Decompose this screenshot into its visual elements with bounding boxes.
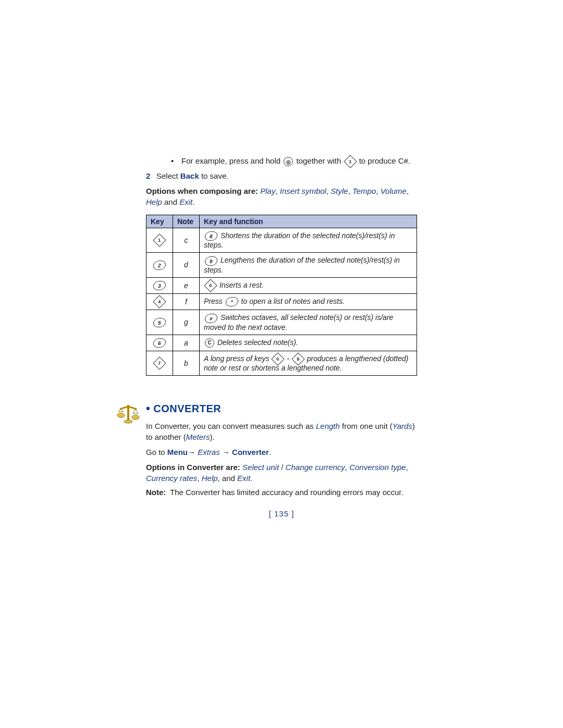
- key-cell: 5: [146, 310, 173, 335]
- converter-goto: Go to Menu→ Extras → Converter.: [146, 447, 417, 458]
- table-row: 4fPress * to open a list of notes and re…: [146, 293, 417, 310]
- example-tail: to produce C#.: [359, 156, 410, 165]
- example-mid: together with: [296, 156, 341, 165]
- step-number: 2: [146, 171, 156, 180]
- svg-point-5: [132, 415, 139, 419]
- table-row: 6aC Deletes selected note(s).: [146, 335, 417, 351]
- compose-options: Options when composing are: Play, Insert…: [146, 186, 417, 207]
- example-prefix: For example, press and hold: [181, 156, 280, 165]
- back-action: Back: [180, 171, 199, 180]
- svg-line-3: [118, 409, 121, 412]
- fn-cell: 9 Lengthens the duration of the selected…: [200, 253, 417, 277]
- col-note: Note: [173, 215, 200, 228]
- key-1-icon: 1: [153, 234, 166, 247]
- col-key: Key: [146, 215, 173, 228]
- note-cell: c: [173, 228, 200, 253]
- note-cell: f: [173, 293, 200, 310]
- key-cell: 3: [146, 277, 173, 293]
- fn-key-9-icon: 9: [204, 256, 218, 266]
- key-3-icon: 3: [152, 281, 166, 290]
- key-1-icon: 1: [344, 155, 357, 168]
- example-bullet: • For example, press and hold ◎ together…: [171, 156, 417, 166]
- fn-key-#-icon: #: [204, 314, 218, 323]
- key-5-icon: 5: [152, 318, 166, 327]
- fn-cell: # Switches octaves, all selected note(s)…: [200, 310, 417, 335]
- key-2-icon: 2: [152, 261, 166, 270]
- key-cell: 7: [146, 351, 173, 375]
- fn-cell: C Deletes selected note(s).: [200, 335, 417, 351]
- key-4-icon: 4: [153, 295, 166, 308]
- fn-cell: Press * to open a list of notes and rest…: [200, 293, 417, 310]
- compose-options-lead: Options when composing are:: [146, 187, 258, 195]
- fn-cell: 0 Inserts a rest.: [200, 277, 417, 293]
- svg-point-9: [124, 420, 132, 423]
- key-cell: 1: [146, 228, 173, 253]
- fn-key-0-icon: 0: [204, 279, 217, 292]
- hold-key-icon: ◎: [284, 157, 293, 166]
- converter-icon: [117, 402, 140, 426]
- converter-intro: In Converter, you can convert measures s…: [146, 421, 417, 442]
- step-2: 2 Select Back to save.: [146, 171, 417, 180]
- svg-line-7: [133, 409, 136, 414]
- page-number: [ 135 ]: [146, 509, 417, 518]
- converter-note: Note: The Converter has limited accuracy…: [146, 488, 417, 497]
- converter-options: Options in Converter are: Select unit / …: [146, 462, 417, 484]
- converter-section: •CONVERTER In Converter, you can convert…: [146, 402, 417, 497]
- table-row: 2d9 Lengthens the duration of the select…: [146, 253, 417, 277]
- key-6-icon: 6: [152, 338, 166, 348]
- svg-point-1: [117, 413, 125, 417]
- key-7-icon: 7: [153, 356, 166, 369]
- fn-key-*-icon: *: [225, 297, 239, 306]
- key-cell: 4: [146, 293, 173, 310]
- fn-key-C-icon: C: [205, 338, 214, 348]
- note-cell: a: [173, 335, 200, 351]
- note-cell: e: [173, 277, 200, 293]
- table-row: 5g# Switches octaves, all selected note(…: [146, 310, 417, 335]
- table-row: 3e0 Inserts a rest.: [146, 277, 417, 293]
- fn-cell: 8 Shortens the duration of the selected …: [200, 228, 417, 253]
- note-cell: g: [173, 310, 200, 335]
- key-cell: 2: [146, 253, 173, 277]
- fn-cell: A long press of keys 0 - 9 produces a le…: [200, 351, 417, 375]
- fn-key-8-icon: 8: [204, 231, 218, 241]
- converter-heading: •CONVERTER: [146, 402, 417, 415]
- note-cell: b: [173, 351, 200, 375]
- col-fn: Key and function: [200, 215, 417, 228]
- table-row: 7bA long press of keys 0 - 9 produces a …: [146, 351, 417, 375]
- key-cell: 6: [146, 335, 173, 351]
- svg-line-8: [136, 409, 138, 414]
- note-cell: d: [173, 253, 200, 277]
- svg-line-4: [121, 409, 124, 412]
- key-function-table: Key Note Key and function 1c8 Shortens t…: [146, 215, 417, 376]
- table-row: 1c8 Shortens the duration of the selecte…: [146, 228, 417, 253]
